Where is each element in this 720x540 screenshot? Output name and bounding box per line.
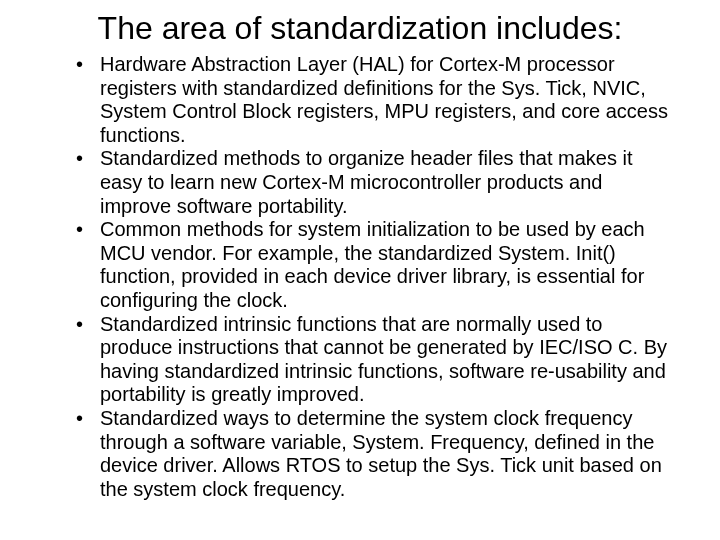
list-item: Standardized ways to determine the syste… <box>76 407 676 501</box>
slide-content: Hardware Abstraction Layer (HAL) for Cor… <box>30 53 690 501</box>
list-item: Hardware Abstraction Layer (HAL) for Cor… <box>76 53 676 147</box>
list-item: Standardized intrinsic functions that ar… <box>76 313 676 407</box>
list-item: Common methods for system initialization… <box>76 218 676 312</box>
bullet-list: Hardware Abstraction Layer (HAL) for Cor… <box>76 53 676 501</box>
list-item: Standardized methods to organize header … <box>76 147 676 218</box>
slide-title: The area of standardization includes: <box>50 10 670 47</box>
